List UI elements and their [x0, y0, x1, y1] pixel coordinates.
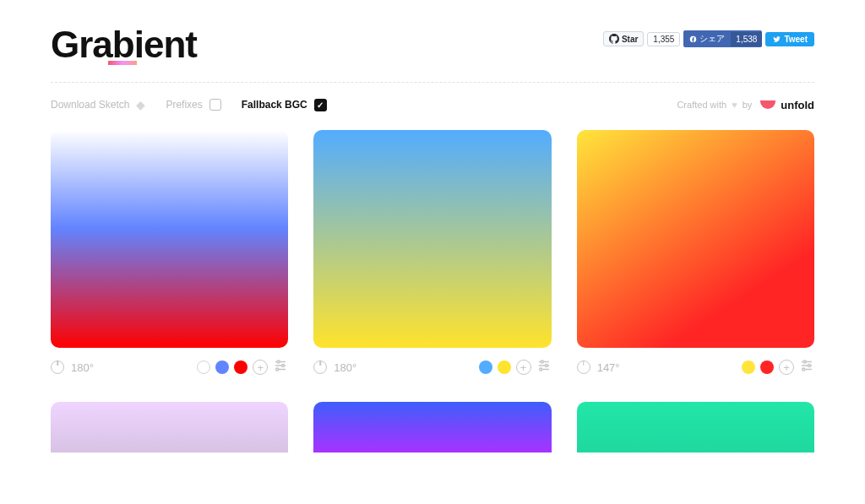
twitter-tweet-button[interactable]: Tweet	[765, 32, 814, 46]
gradient-card: 147°+	[577, 130, 814, 377]
logo-underline	[108, 61, 137, 65]
svg-point-11	[539, 368, 541, 371]
angle-value: 147°	[597, 361, 620, 374]
github-star-button[interactable]: Star	[603, 31, 644, 46]
logo-text: Grabient	[51, 24, 197, 66]
angle-dial-icon	[577, 360, 590, 374]
stops-group: +	[197, 358, 288, 377]
checkbox-unchecked-icon	[209, 99, 221, 111]
prefixes-toggle[interactable]: Prefixes	[166, 99, 220, 111]
gradient-grid: 180°+180°+147°+	[51, 130, 814, 453]
crafted-suffix: by	[743, 100, 753, 110]
gradient-card	[51, 402, 288, 453]
add-stop-button[interactable]: +	[779, 360, 794, 375]
sliders-icon[interactable]	[799, 358, 814, 377]
angle-value: 180°	[71, 361, 94, 374]
gradient-card: 180°+	[51, 130, 288, 377]
heart-icon: ♥	[732, 100, 737, 110]
angle-control[interactable]: 180°	[313, 360, 356, 374]
gradient-swatch[interactable]	[313, 402, 551, 453]
card-footer: 180°+	[51, 358, 288, 377]
color-stop[interactable]	[498, 360, 511, 374]
angle-dial-icon	[51, 360, 64, 374]
download-sketch-button[interactable]: Download Sketch ◆	[51, 98, 145, 111]
gradient-swatch[interactable]	[577, 402, 814, 453]
angle-value: 180°	[334, 361, 356, 374]
facebook-share-label: シェア	[699, 33, 725, 45]
gradient-swatch[interactable]	[313, 130, 551, 348]
svg-point-5	[276, 368, 279, 371]
crafted-by: Crafted with ♥ by unfold	[677, 99, 814, 111]
download-sketch-label: Download Sketch	[51, 99, 129, 111]
card-footer: 180°+	[313, 358, 551, 377]
svg-point-3	[282, 365, 285, 367]
svg-point-13	[803, 360, 806, 363]
gradient-swatch[interactable]	[51, 130, 288, 348]
sketch-diamond-icon: ◆	[136, 98, 145, 111]
color-stop[interactable]	[197, 360, 210, 374]
angle-dial-icon	[313, 360, 327, 374]
divider	[51, 82, 814, 83]
gradient-card	[577, 402, 814, 453]
color-stop[interactable]	[234, 360, 248, 374]
github-icon	[609, 34, 619, 44]
twitter-label: Tweet	[784, 35, 808, 44]
facebook-share-button[interactable]: シェア 1,538	[683, 30, 762, 47]
stops-group: +	[742, 358, 814, 377]
svg-point-7	[541, 360, 543, 363]
prefixes-label: Prefixes	[166, 99, 202, 111]
github-star-label: Star	[622, 35, 638, 44]
github-star-count[interactable]: 1,355	[647, 32, 680, 46]
fallback-bgc-label: Fallback BGC	[242, 99, 307, 111]
angle-control[interactable]: 180°	[51, 360, 94, 374]
stops-group: +	[479, 358, 552, 377]
card-footer: 147°+	[577, 358, 814, 377]
color-stop[interactable]	[479, 360, 492, 374]
gradient-swatch[interactable]	[51, 402, 288, 453]
svg-point-17	[802, 368, 805, 371]
twitter-icon	[772, 35, 781, 43]
sliders-icon[interactable]	[273, 358, 288, 377]
add-stop-button[interactable]: +	[253, 360, 268, 375]
toolbar-left: Download Sketch ◆ Prefixes Fallback BGC …	[51, 98, 327, 111]
logo: Grabient	[51, 24, 197, 65]
color-stop[interactable]	[760, 360, 774, 374]
unfold-logo-icon	[760, 100, 775, 109]
color-stop[interactable]	[742, 360, 755, 374]
add-stop-button[interactable]: +	[516, 360, 531, 375]
fallback-bgc-toggle[interactable]: Fallback BGC ✓	[242, 99, 327, 111]
svg-point-15	[808, 365, 811, 367]
angle-control[interactable]: 147°	[577, 360, 620, 374]
color-stop[interactable]	[215, 360, 229, 374]
social-buttons: Star 1,355 シェア 1,538 Tweet	[603, 30, 814, 47]
checkbox-checked-icon: ✓	[314, 99, 327, 111]
facebook-icon	[689, 35, 697, 43]
svg-point-9	[545, 365, 547, 367]
unfold-link[interactable]: unfold	[781, 99, 814, 111]
crafted-prefix: Crafted with	[677, 100, 726, 110]
sliders-icon[interactable]	[536, 358, 552, 377]
svg-point-1	[278, 360, 280, 363]
gradient-swatch[interactable]	[577, 130, 814, 348]
facebook-share-count: 1,538	[731, 32, 762, 46]
gradient-card	[313, 402, 551, 453]
gradient-card: 180°+	[313, 130, 551, 377]
